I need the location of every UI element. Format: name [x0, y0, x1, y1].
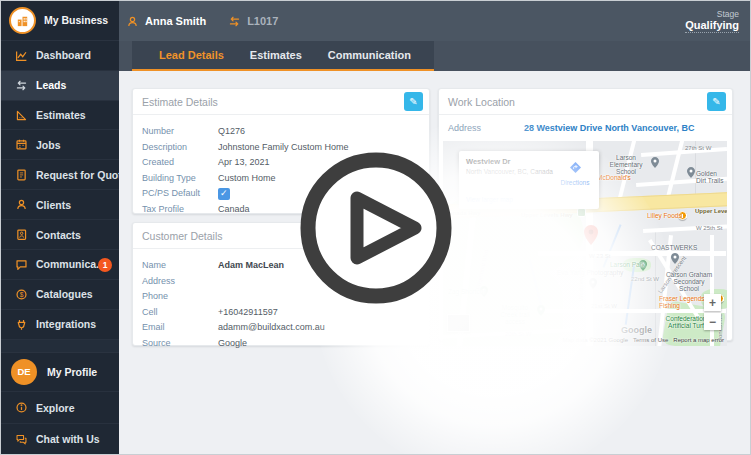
park-pin-icon: [537, 305, 545, 316]
map-info-window: Westview Dr North Vancouver, BC, Canada …: [459, 151, 599, 209]
pencil-icon: ✎: [409, 96, 417, 107]
rfq-document-icon: [14, 168, 28, 182]
map-attribution: Map data ©2021 Google Terms of Use Repor…: [563, 337, 725, 343]
map-creek: [625, 263, 636, 325]
sidebar-item-clients[interactable]: Clients: [1, 190, 119, 220]
poi-label: Mosquito Creek trail access: [493, 304, 537, 325]
brand-label: My Business: [44, 14, 108, 26]
poi-label: Larson Elementary School: [599, 154, 653, 175]
poi-pin-icon: [671, 253, 679, 264]
trail-pin-icon: [687, 167, 695, 178]
sidebar-item-explore[interactable]: Explore: [1, 392, 119, 424]
estimate-details-title: Estimate Details: [142, 96, 218, 108]
customer-name: Adam MacLean: [218, 260, 284, 270]
poi-label: McDonald's: [597, 174, 631, 181]
sidebar-item-communication[interactable]: Communica... 1: [1, 250, 119, 280]
tab-lead-details[interactable]: Lead Details: [146, 41, 237, 69]
notification-badge: 1: [98, 258, 112, 272]
highway-shield-icon: [577, 208, 586, 217]
poi-label: Golden Dirt Trails: [696, 170, 727, 184]
work-location-edit-button[interactable]: ✎: [707, 92, 726, 111]
dashboard-icon: [14, 48, 28, 62]
explore-info-icon: [14, 401, 28, 415]
view-larger-map-link[interactable]: View larger map: [466, 196, 513, 203]
info-window-subtitle: North Vancouver, BC, Canada: [466, 168, 554, 175]
company-logo-icon: [9, 7, 36, 34]
user-name: Anna Smith: [145, 15, 206, 27]
google-map[interactable]: 27th St W Canada Hwy Upper Levels Hwy Up…: [443, 141, 727, 346]
sidebar: My Business Dashboard Leads Estimates Jo…: [1, 1, 119, 454]
sidebar-item-estimates[interactable]: Estimates: [1, 101, 119, 131]
top-header: Anna Smith L1017 Stage Qualifying: [119, 1, 750, 41]
app-window: My Business Dashboard Leads Estimates Jo…: [0, 0, 751, 455]
work-location-title: Work Location: [448, 96, 515, 108]
stage-value: Qualifying: [685, 19, 739, 33]
estimates-setsquare-icon: [14, 108, 28, 122]
street-label: Upper Levels Hwy: [521, 212, 573, 218]
customer-email: adamm@buildxact.com.au: [218, 322, 325, 332]
swap-arrows-icon: [228, 15, 241, 28]
map-zoom-out-button[interactable]: −: [704, 313, 721, 330]
video-play-button[interactable]: [291, 143, 461, 313]
sidebar-item-contacts[interactable]: Contacts: [1, 220, 119, 250]
lead-chip[interactable]: L1017: [228, 15, 278, 28]
user-icon: [126, 15, 139, 28]
poi-label: Larson Park: [610, 261, 645, 268]
catalogues-dollar-icon: $: [14, 287, 28, 301]
street-label: 27th St W: [685, 145, 711, 151]
street-label: W 23 St: [589, 253, 610, 259]
sidebar-item-my-profile[interactable]: DE My Profile: [1, 353, 119, 393]
sidebar-item-request-for-quotes[interactable]: Request for Quotes: [1, 160, 119, 190]
sidebar-item-catalogues[interactable]: $ Catalogues: [1, 280, 119, 310]
directions-button[interactable]: Directions: [557, 159, 593, 186]
integrations-plug-icon: [14, 317, 28, 331]
terms-of-use-link[interactable]: Terms of Use: [633, 337, 668, 343]
estimate-created: Apr 13, 2021: [218, 157, 270, 167]
brand[interactable]: My Business: [1, 1, 119, 41]
estimate-building-type: Custom Home: [218, 173, 276, 183]
poi-label: Eva Yang Photography: [557, 269, 623, 276]
location-marker-icon[interactable]: [584, 225, 598, 245]
poi-label: Lilley Foods: [647, 212, 682, 219]
tab-estimates[interactable]: Estimates: [237, 41, 315, 69]
map-road: [641, 147, 727, 157]
stage-selector[interactable]: Stage Qualifying: [685, 9, 739, 33]
sidebar-item-integrations[interactable]: Integrations: [1, 310, 119, 340]
report-map-error-link[interactable]: Report a map error: [673, 337, 724, 343]
chat-with-us-icon: [14, 432, 28, 446]
street-view-thumbnail[interactable]: [447, 314, 470, 332]
contacts-book-icon: [14, 228, 28, 242]
stage-label: Stage: [685, 9, 739, 19]
user-chip[interactable]: Anna Smith: [126, 15, 206, 28]
street-label: W 25th St: [696, 225, 722, 231]
jobs-calendar-icon: [14, 138, 28, 152]
estimate-number: Q1276: [218, 126, 245, 136]
sidebar-item-chat-with-us[interactable]: Chat with Us: [1, 424, 119, 454]
street-label: 20th St W: [505, 331, 531, 337]
sidebar-item-dashboard[interactable]: Dashboard: [1, 41, 119, 71]
street-label: 21st St W: [591, 303, 617, 309]
estimate-tax-profile: Canada: [218, 204, 250, 214]
map-zoom-in-button[interactable]: +: [704, 294, 721, 311]
customer-details-title: Customer Details: [142, 230, 223, 242]
communication-chat-icon: [14, 257, 28, 271]
google-logo: Google: [621, 325, 652, 335]
street-label: Upper Levels: [695, 208, 727, 214]
work-address-link[interactable]: 28 Westview Drive North Vancouver, BC: [524, 123, 694, 133]
sidebar-divider: [1, 340, 119, 353]
pencil-icon: ✎: [712, 96, 720, 107]
clients-person-icon: [14, 198, 28, 212]
street-label: 22nd St W: [631, 276, 659, 282]
pcps-default-checkbox[interactable]: [218, 188, 230, 200]
tab-communication[interactable]: Communication: [315, 41, 424, 69]
poi-label: Carson Graham Secondary School: [663, 271, 715, 292]
map-road-w23: [538, 251, 726, 256]
sidebar-item-jobs[interactable]: Jobs: [1, 130, 119, 160]
estimate-edit-button[interactable]: ✎: [404, 92, 423, 111]
sidebar-item-leads[interactable]: Leads: [1, 71, 119, 101]
directions-icon: [570, 162, 581, 173]
poi-label: COASTWERKS: [651, 244, 697, 251]
tab-bar: Lead Details Estimates Communication: [119, 41, 750, 71]
map-data-credit: Map data ©2021 Google: [563, 337, 628, 343]
profile-avatar: DE: [11, 359, 37, 385]
